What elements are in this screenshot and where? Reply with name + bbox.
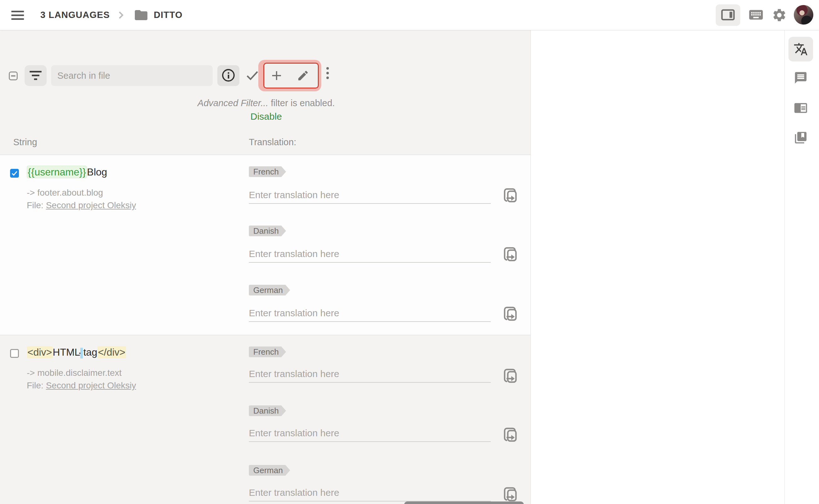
copy-source-button[interactable] [502,305,518,323]
pencil-icon [297,69,309,82]
more-options-button[interactable] [326,67,329,81]
file-link[interactable]: Second project Oleksiy [46,200,136,210]
comment-icon [794,71,808,85]
search-input[interactable] [51,65,213,86]
row-checkbox-unchecked[interactable] [10,349,19,358]
language-tag-german[interactable]: German [249,465,285,476]
context-tab-button[interactable] [794,101,808,116]
copy-source-icon [502,485,518,503]
copy-source-icon [502,305,518,323]
string-key: -> footer.about.blog [27,188,103,198]
file-label: File: [27,381,43,390]
side-tool-rail [784,30,819,504]
check-icon [10,169,19,178]
html-open-tag: <div> [27,346,53,358]
copy-source-icon [502,186,518,204]
translate-icon [793,42,808,56]
settings-button[interactable] [772,8,787,24]
copy-source-button[interactable] [502,485,518,503]
glossary-tab-button[interactable] [794,131,808,146]
string-key: -> mobile.disclaimer.text [27,368,122,378]
source-string: {{username}}Blog [27,166,107,178]
string-file: File: Second project Oleksiy [27,381,136,391]
add-string-button[interactable] [270,69,283,83]
edit-string-button[interactable] [297,69,309,83]
keyboard-shortcuts-button[interactable] [748,7,764,23]
translation-input-french[interactable] [249,366,491,383]
file-link[interactable]: Second project Oleksiy [46,381,136,390]
row-checkbox-checked[interactable] [10,169,19,178]
source-string: <div>HTMLtag</div> [27,347,126,358]
reader-mode-icon [794,101,808,115]
copy-source-icon [502,367,518,385]
filter-notice: Advanced Filter... filter is enabled. [132,98,400,108]
strings-pane: Advanced Filter... filter is enabled. Di… [0,30,531,504]
translation-input-french[interactable] [249,187,491,204]
copy-source-button[interactable] [502,245,518,263]
plus-icon [270,69,283,82]
string-row: {{username}}Blog -> footer.about.blog Fi… [0,155,530,335]
kebab-menu-icon [326,67,329,70]
language-tag-french[interactable]: French [249,347,281,357]
source-text: tag [83,347,97,358]
copy-source-icon [502,426,518,444]
filter-name: Advanced Filter... [198,98,268,108]
info-button[interactable] [217,65,239,86]
side-panel-icon [721,9,735,21]
comments-tab-button[interactable] [794,71,808,86]
language-tag-danish[interactable]: Danish [249,226,281,236]
collections-bookmark-icon [794,131,808,145]
suggestions-panel: FRENCH TRANSLATIONS No translations sugg… [531,30,784,504]
pagination-bar: 2 STRINGS [404,501,524,504]
app-root: 3 LANGUAGES DITTO [0,0,819,504]
string-column-header: String [13,137,37,147]
user-avatar[interactable] [794,5,813,25]
approve-button[interactable] [245,69,260,83]
translation-input-danish[interactable] [249,425,491,442]
translation-input-german[interactable] [249,305,491,322]
disable-filter-link[interactable]: Disable [132,111,400,122]
copy-source-button[interactable] [502,367,518,385]
source-text: HTML [53,347,80,358]
select-all-checkbox[interactable] [9,72,18,80]
translation-column-header: Translation: [249,137,296,147]
info-icon [221,68,236,83]
breadcrumb-project[interactable]: 3 LANGUAGES [40,10,110,20]
side-panel-toggle-button[interactable] [716,4,740,26]
string-row: <div>HTMLtag</div> -> mobile.disclaimer.… [0,335,530,504]
language-tag-french[interactable]: French [249,166,281,177]
translation-input-german[interactable] [249,484,491,501]
keyboard-icon [748,7,764,22]
copy-source-button[interactable] [502,186,518,204]
text-cursor [80,348,83,358]
source-text: Blog [87,166,107,178]
copy-source-icon [502,245,518,263]
html-close-tag: </div> [97,346,126,358]
language-tag-danish[interactable]: Danish [249,405,281,416]
chevron-right-icon [115,9,127,21]
string-file: File: Second project Oleksiy [27,200,136,210]
filter-notice-suffix: filter is enabled. [268,98,335,108]
file-label: File: [27,200,43,210]
hamburger-menu-icon[interactable] [11,11,24,20]
placeholder-token: {{username}} [27,166,87,178]
filter-button[interactable] [25,65,47,86]
checkmark-icon [245,69,260,82]
folder-icon [134,8,149,22]
gear-icon [772,8,787,23]
language-tag-german[interactable]: German [249,285,285,295]
copy-source-button[interactable] [502,426,518,444]
breadcrumb-file[interactable]: DITTO [154,10,182,20]
translations-tab-button[interactable] [793,42,808,57]
top-bar: 3 LANGUAGES DITTO [0,0,819,30]
translation-input-danish[interactable] [249,246,491,263]
